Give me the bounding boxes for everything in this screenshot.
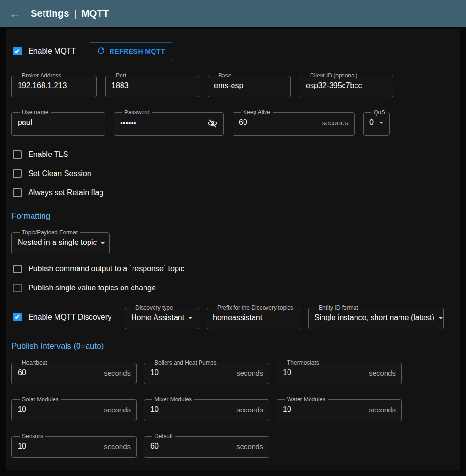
breadcrumb-mqtt: MQTT	[81, 8, 109, 19]
field-label: Heartbeat	[20, 360, 50, 365]
checkbox-label: Enable MQTT Discovery	[28, 313, 111, 321]
keep-alive-field[interactable]: Keep Alive 60 seconds	[233, 110, 355, 136]
port-field[interactable]: Port 1883	[105, 73, 199, 97]
clean-session-checkbox[interactable]: Set Clean Session	[11, 165, 455, 183]
chevron-down-icon	[438, 317, 443, 319]
field-label: QoS	[371, 110, 388, 115]
enable-tls-checkbox[interactable]: Enable TLS	[11, 145, 455, 164]
discovery-type-select[interactable]: Discovery type Home Assistant	[125, 305, 199, 329]
field-suffix: seconds	[236, 406, 263, 414]
field-suffix: seconds	[236, 369, 263, 377]
publish-options: Publish command output to a `response` t…	[11, 260, 455, 297]
publish-response-checkbox[interactable]: Publish command output to a `response` t…	[11, 260, 455, 278]
checkbox-label: Enable TLS	[28, 150, 68, 159]
field-label: Boilers and Heat Pumps	[152, 360, 219, 365]
refresh-mqtt-button[interactable]: REFRESH MQTT	[89, 42, 173, 60]
field-suffix: seconds	[369, 369, 396, 377]
field-value: 60	[150, 442, 159, 451]
field-label: Password	[122, 110, 152, 115]
field-label: Broker Address	[20, 73, 64, 78]
field-value: 10	[283, 368, 291, 377]
checkbox-label: Publish command output to a `response` t…	[28, 265, 184, 273]
checkbox-icon	[13, 188, 22, 197]
field-suffix: seconds	[369, 406, 396, 414]
field-label: Topic/Payload Format	[20, 230, 80, 235]
back-arrow-icon[interactable]: ←	[10, 8, 21, 20]
qos-select[interactable]: QoS 0	[363, 110, 390, 136]
field-label: Client ID (optional)	[308, 73, 360, 78]
field-label: Solar Modules	[20, 397, 61, 402]
field-label: Sensors	[20, 433, 45, 439]
topic-format-row: Topic/Payload Format Nested in a single …	[11, 230, 455, 254]
field-suffix: seconds	[236, 443, 263, 451]
water-interval-field[interactable]: Water Modules 10 seconds	[277, 397, 402, 421]
app-header: ← Settings | MQTT	[0, 0, 466, 27]
checkbox-icon	[13, 169, 22, 178]
field-label: Discovery type	[133, 305, 176, 310]
publish-intervals-grid: Heartbeat 60 seconds Boilers and Heat Pu…	[11, 360, 455, 458]
field-value: 10	[283, 405, 291, 414]
field-value: ems-esp	[214, 78, 285, 97]
solar-interval-field[interactable]: Solar Modules 10 seconds	[11, 397, 137, 421]
chevron-down-icon	[379, 122, 384, 124]
thermostats-interval-field[interactable]: Thermostats 10 seconds	[277, 360, 402, 384]
client-id-field[interactable]: Client ID (optional) esp32-395c7bcc	[300, 73, 393, 97]
connection-row-2: Username paul Password •••••• Keep Alive…	[11, 110, 455, 136]
checkbox-label: Always set Retain flag	[28, 188, 103, 197]
field-label: Default	[152, 433, 175, 439]
breadcrumb-settings[interactable]: Settings	[31, 8, 69, 19]
topic-format-select[interactable]: Topic/Payload Format Nested in a single …	[11, 230, 110, 254]
field-value: 1883	[111, 78, 193, 97]
select-value: Nested in a single topic	[18, 238, 97, 247]
username-field[interactable]: Username paul	[11, 110, 105, 136]
checkbox-icon	[13, 150, 22, 159]
select-value: 0	[369, 118, 374, 127]
field-value: 10	[18, 405, 26, 414]
checkbox-label: Publish single value topics on change	[28, 284, 156, 292]
broker-address-field[interactable]: Broker Address 192.168.1.213	[11, 73, 97, 97]
refresh-icon	[97, 46, 105, 56]
field-label: Keep Alive	[241, 110, 273, 115]
field-label: Username	[20, 110, 51, 115]
checkbox-icon	[13, 265, 22, 273]
checkbox-icon	[13, 313, 22, 321]
publish-single-value-checkbox[interactable]: Publish single value topics on change	[11, 279, 455, 297]
field-label: Thermostats	[285, 360, 322, 365]
default-interval-field[interactable]: Default 60 seconds	[144, 433, 269, 458]
checkbox-icon	[13, 47, 22, 55]
base-field[interactable]: Base ems-esp	[208, 73, 291, 97]
chevron-down-icon	[188, 317, 193, 319]
retain-flag-checkbox[interactable]: Always set Retain flag	[11, 184, 455, 202]
select-value: Home Assistant	[131, 313, 184, 322]
field-value: 10	[150, 368, 159, 377]
breadcrumb-separator: |	[74, 8, 77, 19]
field-suffix: seconds	[104, 443, 131, 451]
connection-row-1: Broker Address 192.168.1.213 Port 1883 B…	[11, 73, 455, 97]
field-suffix: seconds	[322, 119, 348, 127]
discovery-prefix-field[interactable]: Prefix for the Discovery topics homeassi…	[207, 305, 300, 329]
chevron-down-icon	[100, 242, 105, 244]
field-value: 60	[239, 118, 247, 127]
heartbeat-interval-field[interactable]: Heartbeat 60 seconds	[11, 360, 137, 384]
field-suffix: seconds	[104, 369, 131, 377]
connection-options: Enable TLS Set Clean Session Always set …	[11, 145, 455, 202]
field-value: esp32-395c7bcc	[306, 78, 387, 97]
mixer-interval-field[interactable]: Mixer Modules 10 seconds	[144, 397, 269, 421]
field-label: Entity ID format	[316, 305, 361, 310]
breadcrumb: Settings | MQTT	[31, 8, 109, 19]
field-value: homeassistant	[213, 310, 294, 329]
publish-intervals-section-title: Publish Intervals (0=auto)	[11, 342, 455, 351]
enable-mqtt-discovery-checkbox[interactable]: Enable MQTT Discovery	[11, 313, 117, 321]
field-label: Port	[113, 73, 129, 78]
field-value: 10	[150, 405, 159, 414]
password-field[interactable]: Password ••••••	[114, 110, 224, 136]
boilers-interval-field[interactable]: Boilers and Heat Pumps 10 seconds	[144, 360, 269, 384]
formatting-section-title: Formatting	[11, 211, 455, 221]
enable-mqtt-checkbox[interactable]: Enable MQTT	[11, 42, 76, 60]
discovery-row: Enable MQTT Discovery Discovery type Hom…	[11, 305, 455, 329]
field-suffix: seconds	[104, 406, 131, 414]
sensors-interval-field[interactable]: Sensors 10 seconds	[11, 433, 137, 458]
entity-id-format-select[interactable]: Entity ID format Single instance, short …	[308, 305, 444, 329]
field-value: paul	[18, 115, 99, 133]
visibility-off-icon[interactable]	[207, 118, 218, 129]
